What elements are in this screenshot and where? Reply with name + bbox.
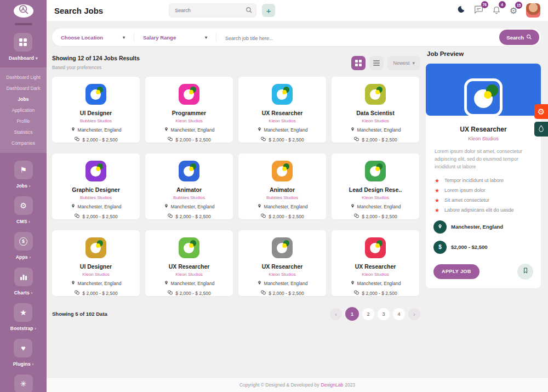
job-location: Manchester, England xyxy=(264,204,308,209)
sidebar-item-plugins[interactable]: ♥ Plugins › xyxy=(13,339,34,367)
next-page-button[interactable]: › xyxy=(408,308,420,320)
messages-button[interactable]: 76 xyxy=(474,5,483,16)
sidebar-item-apps[interactable]: $ Apps › xyxy=(14,232,33,260)
job-logo-icon xyxy=(365,161,386,181)
footer: Copyright © Designed & Developed by Dexi… xyxy=(47,377,548,392)
copyright-year: 2023 xyxy=(345,382,355,388)
job-card[interactable]: Graphic Designer Bubbles Studios Manches… xyxy=(52,154,140,219)
job-salary: $ 2,000 - $ 2,500 xyxy=(362,137,397,143)
location-pin-icon xyxy=(164,280,169,287)
grid-view-button[interactable] xyxy=(351,56,366,70)
job-card[interactable]: UI Designer Kleon Studios Manchester, En… xyxy=(52,230,140,296)
page-button-2[interactable]: 2 xyxy=(362,308,374,320)
location-pin-icon xyxy=(164,127,169,133)
sidebar-avatar[interactable] xyxy=(15,23,32,25)
salary-coins-icon xyxy=(260,137,266,143)
job-company-link[interactable]: Bubbles Studios xyxy=(145,195,233,200)
star-icon: ★ xyxy=(435,197,439,203)
dark-mode-toggle[interactable] xyxy=(456,5,465,16)
notifications-button[interactable]: 4 xyxy=(492,5,501,16)
sidebar-item-bootstrap[interactable]: ★ Bootstrap › xyxy=(10,303,36,331)
page-button-1[interactable]: 1 xyxy=(345,307,359,321)
gear-icon: ⚙ xyxy=(538,107,545,117)
submenu-application[interactable]: Application xyxy=(0,105,47,116)
job-card[interactable]: Animator Bubbles Studios Manchester, Eng… xyxy=(145,154,233,219)
job-card[interactable]: UI Designer Bubbles Studios Manchester, … xyxy=(52,77,140,143)
chevron-down-icon: ▾ xyxy=(205,35,207,40)
job-card[interactable]: UX Researcher Kleon Studios Manchester, … xyxy=(145,230,233,296)
settings-button[interactable]: ⚙ 15 xyxy=(510,5,517,16)
sidebar-item-dashboard[interactable]: Dashboard ▾ xyxy=(9,33,38,61)
location-pin-icon xyxy=(350,127,355,133)
app-logo[interactable] xyxy=(14,4,33,18)
page-button-4[interactable]: 4 xyxy=(393,308,405,320)
salary-coins-icon xyxy=(353,213,359,219)
job-company-link[interactable]: Kleon Studios xyxy=(332,272,419,277)
salary-coins-icon xyxy=(167,213,173,219)
job-card[interactable]: UX Researcher Kleon Studios Manchester, … xyxy=(238,77,326,143)
job-logo-icon xyxy=(85,161,106,181)
color-theme-button[interactable] xyxy=(534,122,548,137)
job-salary: $ 2,000 - $ 2,500 xyxy=(82,291,117,296)
preview-bullet-list: ★Tempor incididunt ut labore ★Lorem ipsu… xyxy=(426,178,541,213)
top-header: Search Jobs + 76 4 xyxy=(47,0,548,21)
bookmark-button[interactable] xyxy=(517,264,533,280)
location-select[interactable]: Choose Location▾ xyxy=(52,32,134,42)
submenu-jobs[interactable]: Jobs xyxy=(0,94,47,105)
job-company-link[interactable]: Kleon Studios xyxy=(145,272,233,277)
submenu-companies[interactable]: Companies xyxy=(0,138,47,149)
job-location: Manchester, England xyxy=(171,204,215,209)
salary-coins-icon xyxy=(353,137,359,143)
job-title: Animator xyxy=(145,186,233,193)
job-card[interactable]: Animator Bubbles Studios Manchester, Eng… xyxy=(238,154,326,219)
job-logo-icon xyxy=(365,84,386,105)
apply-job-button[interactable]: APPLY JOB xyxy=(433,264,480,279)
job-card[interactable]: Programmer Kleon Studios Manchester, Eng… xyxy=(145,77,233,143)
job-company-link[interactable]: Kleon Studios xyxy=(145,118,233,123)
sort-dropdown[interactable]: Newest▾ xyxy=(387,56,420,70)
job-salary: $ 2,000 - $ 2,500 xyxy=(269,214,304,219)
job-company-link[interactable]: Bubbles Studios xyxy=(52,195,140,200)
job-card[interactable]: Lead Design Rese.. Kleon Studios Manches… xyxy=(332,154,419,219)
job-salary: $ 2,000 - $ 2,500 xyxy=(82,214,117,219)
job-company-link[interactable]: Kleon Studios xyxy=(332,118,419,123)
preview-company-link[interactable]: Kleon Studios xyxy=(426,136,541,141)
search-person-icon xyxy=(18,4,29,18)
chevron-right-icon: › xyxy=(31,291,32,296)
job-title: UX Researcher xyxy=(238,263,326,270)
salary-select[interactable]: Salary Range▾ xyxy=(134,32,216,42)
sidebar-item-widget[interactable]: ✳ Widget xyxy=(14,374,33,392)
job-card[interactable]: Data Scientist Kleon Studios Manchester,… xyxy=(332,77,419,143)
job-card[interactable]: UX Researcher Kleon Studios Manchester, … xyxy=(332,230,419,296)
job-company-link[interactable]: Kleon Studios xyxy=(238,272,326,277)
sidebar-item-cms[interactable]: ⚙ CMS › xyxy=(14,196,33,224)
user-avatar[interactable] xyxy=(526,3,540,18)
job-salary: $ 2,000 - $ 2,500 xyxy=(362,291,397,296)
job-company-link[interactable]: Bubbles Studios xyxy=(52,118,140,123)
salary-coins-icon xyxy=(74,213,80,219)
page-button-3[interactable]: 3 xyxy=(378,308,390,320)
submenu-statistics[interactable]: Statistics xyxy=(0,127,47,138)
heart-icon: ♥ xyxy=(14,339,32,357)
job-company-link[interactable]: Kleon Studios xyxy=(238,118,326,123)
submenu-dashboard-dark[interactable]: Dashboard Dark xyxy=(0,83,47,94)
list-view-button[interactable] xyxy=(369,56,384,70)
job-title-input[interactable] xyxy=(225,36,490,41)
search-jobs-button[interactable]: Search xyxy=(499,30,539,45)
submenu-profile[interactable]: Profile xyxy=(0,116,47,127)
submenu-dashboard-light[interactable]: Dashboard Light xyxy=(0,72,47,83)
gear-icon: ⚙ xyxy=(14,196,33,215)
job-company-link[interactable]: Kleon Studios xyxy=(52,272,140,277)
header-search-input[interactable] xyxy=(169,3,256,18)
add-job-button[interactable]: + xyxy=(262,4,275,17)
job-card[interactable]: UX Researcher Kleon Studios Manchester, … xyxy=(238,230,326,296)
job-company-link[interactable]: Kleon Studios xyxy=(332,195,419,200)
prev-page-button[interactable]: ‹ xyxy=(330,308,342,320)
job-company-link[interactable]: Bubbles Studios xyxy=(238,195,326,200)
sidebar-item-jobs[interactable]: ⚑ Jobs › xyxy=(14,161,33,189)
job-preview-heading: Job Preview xyxy=(427,50,541,57)
customizer-settings-button[interactable]: ⚙ xyxy=(534,104,548,119)
sidebar-item-charts[interactable]: Charts › xyxy=(14,268,33,296)
salary-coins-icon xyxy=(74,290,80,296)
dexignlab-link[interactable]: DexignLab xyxy=(321,382,344,388)
